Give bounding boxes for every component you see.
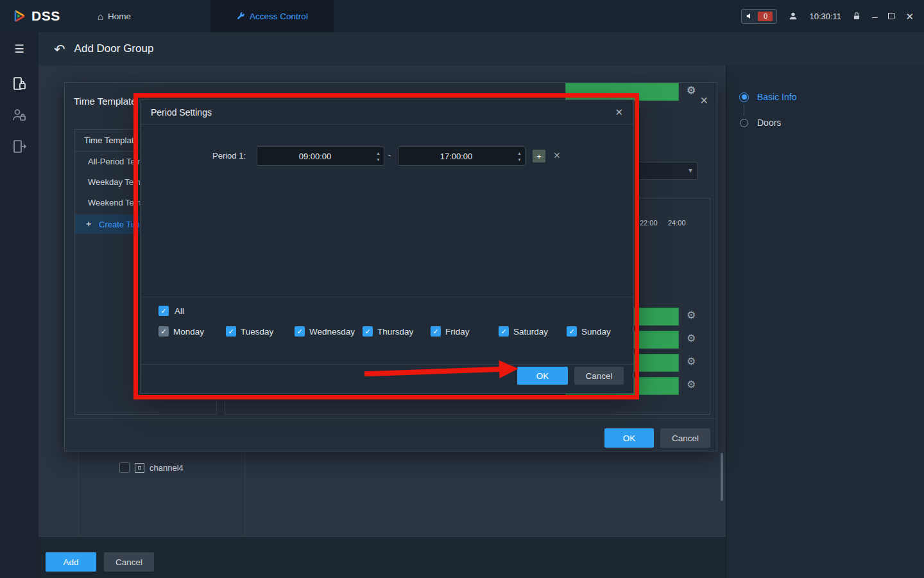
tree-panel-divider	[78, 451, 79, 536]
period-section-divider	[141, 297, 633, 297]
app-logo: DSS	[0, 8, 76, 24]
channel-label: channel4	[150, 463, 184, 473]
step-connector-line	[744, 105, 744, 116]
day-thursday[interactable]: ✓ Thursday	[363, 326, 413, 337]
day-friday-label: Friday	[445, 327, 470, 337]
close-window-button[interactable]: ✕	[905, 12, 914, 21]
gear-icon[interactable]: ⚙	[687, 333, 696, 344]
page-title: Add Door Group	[74, 42, 154, 55]
day-tuesday-checkbox[interactable]: ✓	[226, 326, 236, 337]
period-settings-dialog: Period Settings ✕ Period 1: ▲ ▼ - ▲ ▼ ＋ …	[140, 100, 634, 394]
step-basic-info-radio	[739, 92, 749, 102]
home-icon: ⌂	[98, 11, 103, 22]
day-tuesday[interactable]: ✓ Tuesday	[226, 326, 273, 337]
all-days-row[interactable]: ✓ All	[158, 306, 184, 316]
page-header: ↶ Add Door Group	[38, 32, 924, 66]
gear-icon[interactable]: ⚙	[687, 380, 696, 390]
time-template-title: Time Template	[74, 96, 137, 107]
speaker-icon	[746, 12, 755, 21]
day-wednesday[interactable]: ✓ Wednesday	[295, 326, 355, 337]
timeline-row: ⚙	[565, 83, 710, 101]
dss-logo-icon	[12, 8, 27, 24]
app-logo-text: DSS	[31, 8, 60, 24]
day-wednesday-checkbox[interactable]: ✓	[295, 326, 305, 337]
wizard-steps-panel: Basic Info Doors	[726, 66, 924, 578]
gear-icon[interactable]: ⚙	[687, 85, 696, 96]
person-access-icon[interactable]	[9, 105, 30, 125]
end-time-input-wrap: ▲ ▼	[398, 146, 526, 166]
start-time-input-wrap: ▲ ▼	[257, 146, 384, 166]
volume-control[interactable]: 0	[741, 9, 777, 24]
top-bar: DSS ⌂ Home Access Control 0 10:30:11	[0, 0, 924, 32]
day-tuesday-label: Tuesday	[241, 327, 273, 337]
day-saturday[interactable]: ✓ Saturday	[499, 326, 548, 337]
day-sunday-checkbox[interactable]: ✓	[567, 326, 577, 337]
step-doors-label: Doors	[757, 118, 781, 128]
day-monday[interactable]: ✓ Monday	[158, 326, 204, 337]
lock-icon[interactable]	[852, 12, 861, 21]
tab-home-label: Home	[108, 12, 131, 21]
spin-down-icon[interactable]: ▼	[517, 157, 522, 162]
remove-period-icon[interactable]: ✕	[553, 151, 561, 160]
plus-icon: ＋	[84, 218, 93, 230]
time-range-separator: -	[388, 150, 391, 160]
maximize-button[interactable]	[888, 13, 894, 19]
step-basic-info[interactable]: Basic Info	[739, 91, 796, 103]
day-friday[interactable]: ✓ Friday	[431, 326, 470, 337]
day-friday-checkbox[interactable]: ✓	[431, 326, 441, 337]
add-button[interactable]: Add	[46, 552, 96, 572]
door-group-icon[interactable]	[9, 73, 30, 94]
period-settings-header: Period Settings ✕	[141, 100, 633, 125]
end-time-spinner[interactable]: ▲ ▼	[514, 147, 525, 165]
day-monday-label: Monday	[173, 327, 204, 337]
weekday-checkbox-row: ✓ Monday ✓ Tuesday ✓ Wednesday ✓ Thursda…	[141, 326, 633, 339]
day-thursday-checkbox[interactable]: ✓	[363, 326, 373, 337]
channel-device-icon	[135, 463, 144, 473]
all-days-checkbox[interactable]: ✓	[158, 306, 169, 316]
start-time-spinner[interactable]: ▲ ▼	[373, 147, 384, 165]
add-period-button[interactable]: ＋	[533, 150, 545, 162]
time-template-ok-button[interactable]: OK	[604, 428, 654, 448]
time-template-cancel-button[interactable]: Cancel	[660, 428, 710, 448]
day-sunday[interactable]: ✓ Sunday	[567, 326, 611, 337]
wrench-icon	[236, 12, 245, 21]
copy-template-dropdown[interactable]: ▾	[635, 162, 697, 180]
door-rules-icon[interactable]	[9, 136, 30, 157]
step-doors[interactable]: Doors	[739, 117, 781, 128]
start-time-input[interactable]	[257, 147, 373, 165]
back-icon[interactable]: ↶	[54, 42, 65, 56]
channel-row[interactable]: channel4	[119, 462, 184, 473]
period-settings-close-icon[interactable]: ✕	[615, 107, 623, 118]
spin-up-icon[interactable]: ▲	[517, 151, 522, 155]
menu-icon[interactable]: ☰	[14, 32, 24, 66]
period-settings-cancel-button[interactable]: Cancel	[574, 367, 624, 385]
left-sidebar: ☰	[0, 32, 38, 578]
tab-access-control[interactable]: Access Control	[210, 0, 334, 32]
day-wednesday-label: Wednesday	[309, 327, 355, 337]
gear-icon[interactable]: ⚙	[687, 310, 696, 320]
period-settings-ok-button[interactable]: OK	[517, 367, 568, 385]
topbar-controls: 0 10:30:11 – ✕	[741, 0, 924, 32]
tab-home[interactable]: ⌂ Home	[82, 0, 146, 32]
timeline-tick: 22:00	[640, 219, 658, 227]
minimize-button[interactable]: –	[872, 12, 877, 21]
gear-icon[interactable]: ⚙	[687, 356, 696, 367]
tab-access-label: Access Control	[250, 12, 308, 21]
page-footer: Add Cancel	[38, 537, 726, 578]
time-period-bar[interactable]	[565, 83, 679, 101]
channel-checkbox[interactable]	[119, 462, 130, 473]
spin-down-icon[interactable]: ▼	[376, 157, 381, 162]
day-sunday-label: Sunday	[581, 327, 611, 337]
modal-footer-divider	[141, 364, 633, 365]
vertical-scrollbar[interactable]	[721, 453, 723, 501]
page-cancel-button[interactable]: Cancel	[104, 552, 154, 572]
spin-up-icon[interactable]: ▲	[376, 151, 381, 155]
day-thursday-label: Thursday	[377, 327, 413, 337]
step-doors-radio	[740, 119, 748, 127]
user-icon[interactable]	[788, 11, 798, 21]
day-monday-checkbox[interactable]: ✓	[158, 326, 169, 337]
end-time-input[interactable]	[398, 147, 514, 165]
day-saturday-checkbox[interactable]: ✓	[499, 326, 509, 337]
content-panel-divider	[244, 451, 245, 536]
timeline-tick: 24:00	[668, 219, 686, 227]
